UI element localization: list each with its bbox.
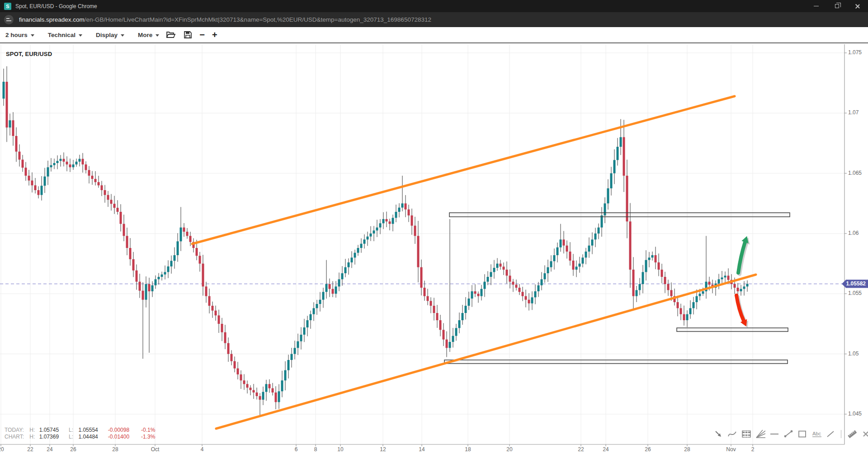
x-axis-label: 18 [465, 446, 471, 453]
stats-today-change: -0.00098 [108, 427, 140, 434]
x-axis-label: 12 [380, 446, 386, 453]
minimize-button[interactable] [806, 0, 826, 12]
stats-high-label: H: [29, 434, 38, 440]
browser-window: SPOT, EUR/USD 1.0751.071.0651.061.0551.0… [0, 0, 868, 453]
stats-chart-label: CHART: [5, 434, 28, 440]
horizontal-line-tool-icon[interactable] [769, 429, 779, 439]
drawing-tools-bar: Abc [713, 429, 868, 439]
display-label: Display [96, 32, 118, 38]
x-axis-label: 10 [337, 446, 343, 453]
chart-symbol-label: SPOT, EUR/USD [6, 51, 52, 57]
x-axis-label: 4 [201, 446, 204, 453]
x-axis-label: 20 [0, 446, 4, 453]
spreadex-favicon: S [4, 3, 11, 10]
zoom-out-button[interactable]: − [199, 30, 205, 39]
x-axis-label: 8 [314, 446, 317, 453]
y-axis-label: 1.05 [848, 350, 859, 357]
price-stats-panel: TODAY: H: 1.05745 L: 1.05554 -0.00098 -0… [5, 427, 162, 440]
chevron-down-icon [121, 34, 124, 37]
stats-today-low: 1.05554 [78, 427, 106, 434]
stats-today-high: 1.05745 [39, 427, 67, 434]
technical-label: Technical [48, 32, 75, 38]
more-dropdown[interactable]: More [138, 32, 159, 38]
y-axis-label: 1.065 [848, 170, 862, 176]
grid-tool-icon[interactable] [741, 429, 751, 439]
x-axis-label: 20 [506, 446, 512, 453]
chart-canvas[interactable] [0, 0, 868, 453]
rectangle-tool-icon[interactable] [797, 429, 807, 439]
url-path: /en-GB/Home/LiveChartMain?id=XFinSprMchM… [85, 16, 431, 23]
browser-address-bar[interactable]: financials.spreadex.com/en-GB/Home/LiveC… [0, 12, 868, 27]
timeframe-dropdown[interactable]: 2 hours [5, 32, 34, 38]
window-controls [806, 0, 868, 12]
stats-row-chart: CHART: H: 1.07369 L: 1.04484 -0.01400 -1… [5, 434, 162, 440]
x-axis-label: 6 [295, 446, 298, 453]
timeframe-label: 2 hours [5, 32, 28, 38]
url-text[interactable]: financials.spreadex.com/en-GB/Home/LiveC… [19, 16, 431, 23]
curve-tool-icon[interactable] [727, 429, 737, 439]
stats-chart-change: -0.01400 [108, 434, 140, 440]
trendline-tool-icon[interactable] [783, 429, 793, 439]
x-axis-label: Nov [726, 446, 736, 453]
svg-text:Abc: Abc [812, 431, 821, 436]
y-axis-label: 1.075 [848, 49, 862, 56]
fan-lines-tool-icon[interactable] [755, 429, 765, 439]
clear-drawings-icon[interactable] [861, 429, 868, 439]
close-button[interactable] [847, 0, 868, 12]
diagonal-line-tool-icon[interactable] [826, 429, 835, 439]
zoom-in-button[interactable]: + [212, 30, 217, 39]
stats-today-change-pct: -0.1% [141, 427, 162, 434]
ruler-tool-icon[interactable] [847, 429, 857, 439]
window-title: Spot, EUR/USD - Google Chrome [15, 3, 97, 9]
y-axis-label: 1.07 [848, 109, 859, 116]
x-axis-label: 22 [578, 446, 584, 453]
x-axis-label: 14 [419, 446, 425, 453]
stats-chart-high: 1.07369 [39, 434, 67, 440]
chevron-down-icon [79, 34, 82, 37]
technical-dropdown[interactable]: Technical [48, 32, 82, 38]
x-axis-label: Oct [151, 446, 160, 453]
x-axis-label: 24 [47, 446, 52, 453]
pointer-tool-icon[interactable] [713, 429, 723, 439]
x-axis-label: 2 [751, 446, 755, 453]
y-axis-label: 1.045 [848, 411, 862, 417]
url-host: financials.spreadex.com [19, 16, 85, 23]
stats-low-label: L: [69, 427, 77, 434]
stats-chart-low: 1.04484 [78, 434, 106, 440]
stats-low-label: L: [69, 434, 77, 440]
chevron-down-icon [31, 34, 34, 37]
x-axis-label: 26 [645, 446, 651, 453]
open-folder-button[interactable] [166, 31, 176, 39]
y-axis-label: 1.06 [848, 230, 859, 236]
text-tool-icon[interactable]: Abc [811, 429, 821, 439]
display-dropdown[interactable]: Display [96, 32, 124, 38]
stats-chart-change-pct: -1.3% [141, 434, 162, 440]
stats-high-label: H: [29, 427, 38, 434]
x-axis-label: 22 [27, 446, 33, 453]
current-price-badge: 1.05582 [842, 280, 868, 288]
site-info-icon[interactable] [4, 15, 14, 24]
chart-toolbar: 2 hours Technical Display More − + [0, 27, 868, 43]
x-axis-label: 26 [70, 446, 76, 453]
more-label: More [138, 32, 152, 38]
x-axis-label: 28 [684, 446, 690, 453]
x-axis-label: 28 [112, 446, 118, 453]
y-axis-label: 1.055 [848, 290, 862, 296]
window-titlebar: S Spot, EUR/USD - Google Chrome [0, 0, 868, 12]
chevron-down-icon [156, 34, 159, 37]
x-axis-label: 24 [603, 446, 609, 453]
restore-button[interactable] [826, 0, 847, 12]
tools-separator [841, 430, 841, 438]
stats-row-today: TODAY: H: 1.05745 L: 1.05554 -0.00098 -0… [5, 427, 162, 434]
save-button[interactable] [184, 31, 192, 39]
stats-today-label: TODAY: [5, 427, 28, 434]
